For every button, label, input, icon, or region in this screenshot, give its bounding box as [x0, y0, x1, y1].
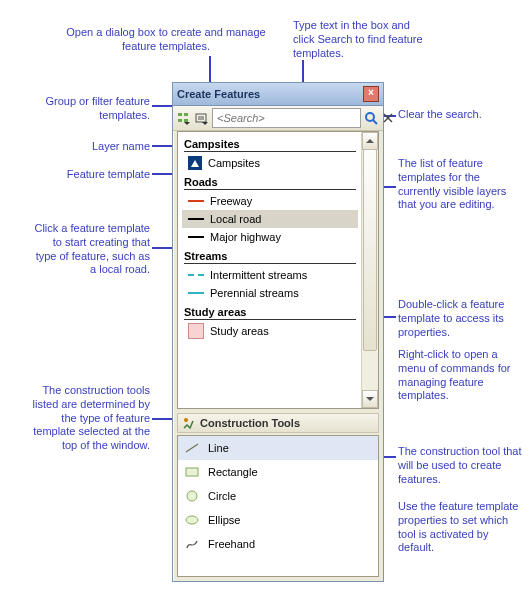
search-input[interactable] — [212, 108, 361, 128]
group-header: Campsites — [184, 138, 356, 152]
feature-template[interactable]: Campsites — [182, 154, 358, 172]
template-swatch — [188, 274, 204, 276]
search-button[interactable] — [363, 107, 379, 129]
scroll-down-button[interactable] — [362, 390, 378, 408]
template-label: Study areas — [210, 325, 269, 337]
circle-icon — [184, 489, 200, 503]
line-icon — [184, 441, 200, 455]
template-swatch — [188, 156, 202, 170]
svg-rect-0 — [178, 113, 182, 116]
svg-point-7 — [366, 113, 374, 121]
close-button[interactable]: × — [363, 86, 379, 102]
template-swatch — [188, 323, 204, 339]
clear-search-button[interactable] — [381, 107, 395, 129]
group-header: Streams — [184, 250, 356, 264]
feature-template[interactable]: Perennial streams — [182, 284, 358, 302]
annot-group-filter: Group or filter feature templates. — [30, 95, 150, 123]
annot-feature-template: Feature template — [30, 168, 150, 182]
rect-icon — [184, 465, 200, 479]
template-label: Freeway — [210, 195, 252, 207]
construction-tool[interactable]: Rectangle — [178, 460, 378, 484]
annot-right-click: Right-click to open a menu of commands f… — [398, 348, 523, 403]
annot-default-tool: Use the feature template properties to s… — [398, 500, 523, 555]
svg-rect-2 — [178, 119, 182, 122]
svg-rect-4 — [196, 114, 206, 122]
template-list: CampsitesCampsitesRoadsFreewayLocal road… — [177, 131, 379, 409]
template-swatch — [188, 200, 204, 202]
feature-template[interactable]: Intermittent streams — [182, 266, 358, 284]
construction-tool[interactable]: Freehand — [178, 532, 378, 556]
construction-tool[interactable]: Circle — [178, 484, 378, 508]
scroll-thumb[interactable] — [363, 149, 377, 351]
construction-tool[interactable]: Ellipse — [178, 508, 378, 532]
tool-label: Line — [208, 442, 229, 454]
annot-template-list: The list of feature templates for the cu… — [398, 157, 523, 212]
scrollbar[interactable] — [361, 132, 378, 408]
template-label: Major highway — [210, 231, 281, 243]
create-features-panel: Create Features × CampsitesCampsitesRoad… — [172, 82, 384, 582]
annot-clear-search: Clear the search. — [398, 108, 518, 122]
svg-line-8 — [373, 120, 377, 124]
tool-label: Freehand — [208, 538, 255, 550]
template-label: Local road — [210, 213, 261, 225]
svg-line-12 — [186, 444, 198, 452]
group-filter-button[interactable] — [176, 107, 192, 129]
annot-search: Type text in the box and click Search to… — [293, 19, 433, 60]
panel-titlebar[interactable]: Create Features × — [173, 83, 383, 106]
feature-template[interactable]: Local road — [182, 210, 358, 228]
template-swatch — [188, 292, 204, 294]
scroll-up-button[interactable] — [362, 132, 378, 150]
annot-layer-name: Layer name — [30, 140, 150, 154]
tool-label: Ellipse — [208, 514, 240, 526]
template-label: Intermittent streams — [210, 269, 307, 281]
annot-selected-tool: The construction tool that will be used … — [398, 445, 523, 486]
ellipse-icon — [184, 513, 200, 527]
feature-template[interactable]: Freeway — [182, 192, 358, 210]
organize-templates-button[interactable] — [194, 107, 210, 129]
freehand-icon — [184, 537, 200, 551]
svg-point-15 — [186, 516, 198, 524]
template-swatch — [188, 236, 204, 238]
annot-click-template: Click a feature template to start creati… — [30, 222, 150, 277]
template-swatch — [188, 218, 204, 220]
template-label: Campsites — [208, 157, 260, 169]
annot-construction-context: The construction tools listed are determ… — [30, 384, 150, 453]
svg-point-14 — [187, 491, 197, 501]
toolbar — [173, 106, 383, 131]
tool-label: Circle — [208, 490, 236, 502]
panel-title: Create Features — [177, 88, 363, 100]
feature-template[interactable]: Major highway — [182, 228, 358, 246]
template-label: Perennial streams — [210, 287, 299, 299]
construction-tools-list: LineRectangleCircleEllipseFreehand — [177, 435, 379, 577]
svg-point-11 — [184, 418, 188, 422]
search-icon — [364, 111, 378, 125]
annot-double-click: Double-click a feature template to acces… — [398, 298, 523, 339]
group-header: Study areas — [184, 306, 356, 320]
construction-tools-title: Construction Tools — [200, 417, 300, 429]
annot-organize: Open a dialog box to create and manage f… — [66, 26, 266, 54]
feature-template[interactable]: Study areas — [182, 322, 358, 340]
tool-label: Rectangle — [208, 466, 258, 478]
svg-rect-1 — [184, 113, 188, 116]
svg-rect-13 — [186, 468, 198, 476]
clear-icon — [382, 112, 394, 124]
construction-tool[interactable]: Line — [178, 436, 378, 460]
construction-tools-header[interactable]: Construction Tools — [177, 413, 379, 433]
group-header: Roads — [184, 176, 356, 190]
tools-icon — [182, 416, 196, 430]
